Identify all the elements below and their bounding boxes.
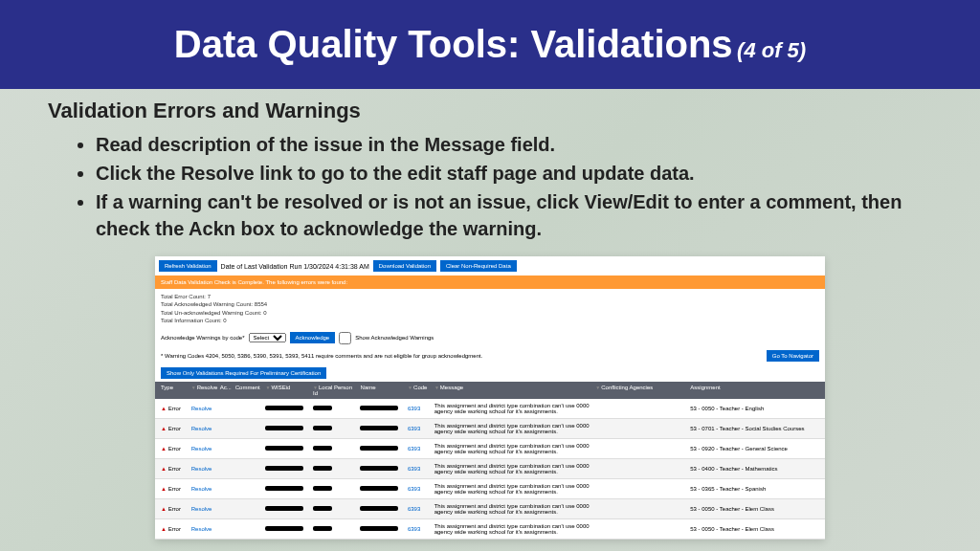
redacted (360, 466, 398, 471)
table-header: Type Resolve Ac... Comment WISEid Local … (155, 382, 825, 399)
warning-note: * Warning Codes 4204, 5050, 5386, 5390, … (161, 353, 482, 359)
assignment-cell: 53 - 0050 - Teacher - Elem Class (688, 506, 821, 512)
message-cell: This assignment and district type combin… (433, 423, 593, 434)
redacted (313, 506, 332, 511)
resolve-link[interactable]: Resolve (191, 406, 212, 411)
col-localid[interactable]: Local Person Id (311, 385, 359, 396)
type-label: Error (168, 406, 181, 411)
resolve-link[interactable]: Resolve (191, 526, 212, 532)
resolve-link[interactable]: Resolve (191, 446, 212, 452)
bullet-item: Read description of the issue in the Mes… (96, 131, 932, 158)
show-ack-checkbox[interactable] (339, 332, 351, 344)
redacted (360, 526, 398, 531)
message-cell: This assignment and district type combin… (433, 483, 593, 495)
redacted (265, 406, 303, 410)
redacted (265, 506, 303, 511)
code-link[interactable]: 6393 (408, 426, 420, 431)
type-label: Error (168, 486, 181, 492)
table-row: ▲ ErrorResolve6393This assignment and di… (155, 499, 825, 519)
assignment-cell: 53 - 0365 - Teacher - Spanish (688, 486, 821, 492)
col-code[interactable]: Code (406, 385, 433, 396)
col-conflicting[interactable]: Conflicting Agencies (593, 385, 688, 396)
assignment-cell: 53 - 0701 - Teacher - Social Studies Cou… (688, 426, 821, 431)
code-link[interactable]: 6393 (408, 526, 420, 532)
redacted (313, 406, 332, 410)
message-cell: This assignment and district type combin… (433, 443, 593, 454)
message-cell: This assignment and district type combin… (433, 403, 593, 414)
redacted (313, 486, 332, 491)
redacted (265, 446, 303, 451)
assignment-cell: 53 - 0400 - Teacher - Mathematics (688, 466, 821, 472)
message-cell: This assignment and district type combin… (433, 463, 593, 474)
type-label: Error (168, 466, 181, 472)
redacted (265, 486, 303, 491)
code-select[interactable]: Select (249, 333, 286, 342)
type-label: Error (168, 526, 181, 532)
slide-title: Data Quality Tools: Validations (174, 23, 733, 65)
col-ac: Ac... (218, 385, 234, 396)
status-banner: Staff Data Validation Check is Complete.… (155, 276, 825, 289)
app-screenshot: Refresh Validation Date of Last Validati… (155, 256, 825, 540)
resolve-link[interactable]: Resolve (191, 426, 212, 431)
bullet-list: Read description of the issue in the Mes… (96, 131, 932, 242)
table-row: ▲ ErrorResolve6393This assignment and di… (155, 419, 825, 439)
message-cell: This assignment and district type combin… (433, 503, 593, 515)
col-comment: Comment (234, 385, 264, 396)
bullet-item: If a warning can't be resolved or is not… (96, 188, 932, 242)
last-run-label: Date of Last Validation Run 1/30/2024 4:… (221, 263, 369, 270)
show-only-button[interactable]: Show Only Validations Required For Preli… (161, 367, 326, 379)
col-wiseid[interactable]: WISEid (263, 385, 311, 396)
error-icon: ▲ (161, 506, 167, 512)
col-message[interactable]: Message (433, 385, 593, 396)
go-navigator-button[interactable]: Go To Navigator (767, 350, 819, 362)
show-ack-label: Show Acknowledged Warnings (355, 335, 434, 341)
redacted (360, 446, 398, 451)
col-name: Name (359, 385, 407, 396)
redacted (265, 526, 303, 531)
message-cell: This assignment and district type combin… (433, 523, 593, 535)
code-link[interactable]: 6393 (408, 506, 420, 512)
error-icon: ▲ (161, 486, 167, 492)
slide-content: Validation Errors and Warnings Read desc… (0, 89, 980, 549)
error-icon: ▲ (161, 466, 167, 472)
count-line: Total Information Count: 0 (161, 317, 819, 324)
error-icon: ▲ (161, 446, 167, 452)
note-row: * Warning Codes 4204, 5050, 5386, 5390, … (155, 347, 825, 364)
toolbar: Refresh Validation Date of Last Validati… (155, 256, 825, 276)
download-button[interactable]: Download Validation (373, 260, 436, 272)
table-body: ▲ ErrorResolve6393This assignment and di… (155, 399, 825, 540)
redacted (360, 426, 398, 430)
refresh-button[interactable]: Refresh Validation (159, 260, 217, 272)
redacted (313, 466, 332, 471)
code-link[interactable]: 6393 (408, 406, 420, 411)
redacted (313, 426, 332, 430)
counts-section: Total Error Count: 7 Total Acknowledged … (155, 289, 825, 329)
resolve-link[interactable]: Resolve (191, 466, 212, 472)
redacted (360, 486, 398, 491)
resolve-link[interactable]: Resolve (191, 486, 212, 492)
slide-header: Data Quality Tools: Validations (4 of 5) (0, 0, 980, 89)
resolve-link[interactable]: Resolve (191, 506, 212, 512)
table-row: ▲ ErrorResolve6393This assignment and di… (155, 439, 825, 459)
clear-button[interactable]: Clear Non-Required Data (440, 260, 517, 272)
col-resolve[interactable]: Resolve (189, 385, 218, 396)
redacted (313, 446, 332, 451)
count-line: Total Acknowledged Warning Count: 8554 (161, 300, 819, 308)
type-label: Error (168, 446, 181, 452)
ack-button[interactable]: Acknowledge (290, 332, 336, 343)
table-row: ▲ ErrorResolve6393This assignment and di… (155, 479, 825, 499)
redacted (360, 406, 398, 410)
assignment-cell: 53 - 0920 - Teacher - General Science (688, 446, 821, 452)
code-link[interactable]: 6393 (408, 466, 420, 472)
table-row: ▲ ErrorResolve6393This assignment and di… (155, 519, 825, 540)
ack-row: Acknowledge Warnings by code* Select Ack… (155, 329, 825, 347)
assignment-cell: 53 - 0050 - Teacher - Elem Class (688, 526, 821, 532)
table-row: ▲ ErrorResolve6393This assignment and di… (155, 399, 825, 419)
code-link[interactable]: 6393 (408, 446, 420, 452)
type-label: Error (168, 426, 181, 431)
count-line: Total Un-acknowledged Warning Count: 0 (161, 309, 819, 317)
col-assignment: Assignment (688, 385, 821, 396)
section-title: Validation Errors and Warnings (48, 99, 932, 123)
count-line: Total Error Count: 7 (161, 293, 819, 300)
code-link[interactable]: 6393 (408, 486, 420, 492)
